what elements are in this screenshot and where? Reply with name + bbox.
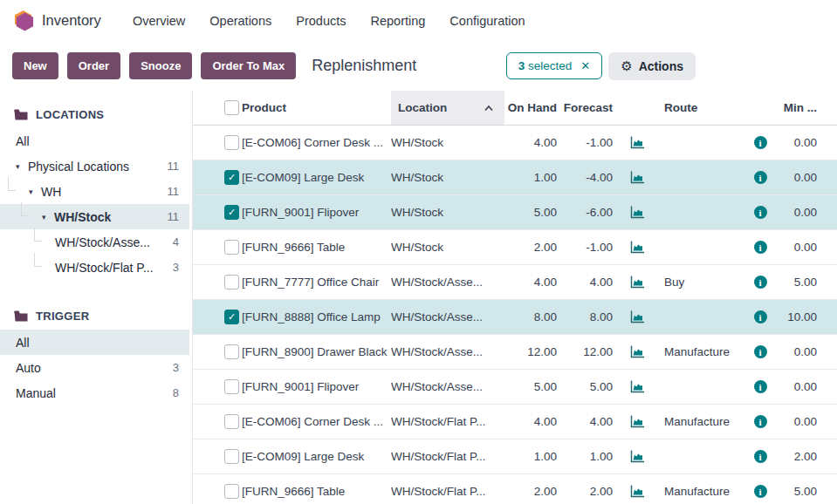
menu-item[interactable]: Products [284,9,358,33]
row-checkbox[interactable]: ✓ [224,414,239,429]
product-cell: [E-COM06] Corner Desk ... [242,126,391,160]
min-qty-cell: 0.00 [773,160,837,194]
sidebar-section-label: LOCATIONS [36,108,104,121]
sidebar-section: LOCATIONS All ▾ Physical Locations 11 ▾ … [0,105,192,280]
table-row[interactable]: ✓ [E-COM06] Corner Desk ... WH/Stock 4.0… [193,126,837,160]
sidebar-section-label: TRIGGER [36,310,89,323]
menu-item[interactable]: Overview [120,9,197,33]
min-qty-cell: 0.00 [773,195,837,229]
sidebar-item[interactable]: All [0,128,189,153]
sidebar-item[interactable]: WH/Stock/Flat P... 3 [0,255,189,280]
sidebar-item[interactable]: Manual 8 [0,380,189,405]
search-panel-sidebar: LOCATIONS All ▾ Physical Locations 11 ▾ … [0,91,192,504]
sidebar-item[interactable]: ▾ WH 11 [0,179,189,204]
sidebar-item[interactable]: WH/Stock/Asse... 4 [0,229,189,255]
sidebar-item[interactable]: All [0,330,189,355]
header-min[interactable]: Min ... [773,91,837,125]
info-icon[interactable]: i [754,171,767,184]
clear-selection-icon[interactable]: ✕ [580,59,590,72]
location-cell: WH/Stock/Flat P... [391,439,504,473]
table-row[interactable]: ✓ [FURN_8888] Office Lamp WH/Stock/Asse.… [193,300,837,335]
row-checkbox[interactable]: ✓ [224,205,239,220]
forecast-cell: -6.00 [564,195,618,229]
sidebar-item[interactable]: Auto 3 [0,355,189,380]
table-row[interactable]: ✓ [E-COM09] Large Desk WH/Stock 1.00 -4.… [193,160,837,195]
info-icon[interactable]: i [754,415,767,428]
app-logo-icon [14,10,34,31]
info-icon[interactable]: i [754,276,767,289]
sidebar-item-count: 11 [168,160,180,173]
row-checkbox[interactable]: ✓ [224,310,239,324]
route-cell: Buy [657,265,747,299]
forecast-chart-icon[interactable] [618,195,657,229]
table-row[interactable]: ✓ [E-COM09] Large Desk WH/Stock/Flat P..… [193,439,837,474]
location-cell: WH/Stock/Asse... [391,300,504,334]
location-cell: WH/Stock/Flat P... [391,474,504,504]
forecast-cell: -4.00 [564,160,618,194]
forecast-chart-icon[interactable] [618,370,657,404]
row-checkbox[interactable]: ✓ [224,344,239,359]
product-cell: [FURN_8900] Drawer Black [242,335,391,369]
table-row[interactable]: ✓ [FURN_9666] Table WH/Stock 2.00 -1.00 … [193,230,837,265]
forecast-chart-icon[interactable] [618,439,657,473]
sidebar-item-count: 4 [173,235,179,249]
table-row[interactable]: ✓ [FURN_9666] Table WH/Stock/Flat P... 2… [193,474,837,504]
actions-label: Actions [639,59,683,73]
row-checkbox[interactable]: ✓ [224,135,239,150]
sort-asc-icon [484,105,494,112]
table-row[interactable]: ✓ [FURN_7777] Office Chair WH/Stock/Asse… [193,265,837,300]
header-location[interactable]: Location [391,91,504,125]
header-route[interactable]: Route [657,91,747,125]
forecast-chart-icon[interactable] [618,405,657,439]
on-hand-cell: 8.00 [504,300,564,334]
forecast-chart-icon[interactable] [618,126,657,160]
info-icon[interactable]: i [754,380,767,393]
actions-button[interactable]: ⚙ Actions [608,52,696,80]
location-cell: WH/Stock/Asse... [391,370,504,404]
location-cell: WH/Stock/Asse... [391,335,504,369]
table-row[interactable]: ✓ [FURN_9001] Flipover WH/Stock 5.00 -6.… [193,195,837,230]
select-all-checkbox[interactable]: ✓ [224,100,239,115]
primary-button[interactable]: Order [67,52,120,79]
menu-item[interactable]: Operations [197,9,284,33]
forecast-chart-icon[interactable] [618,335,657,369]
app-brand[interactable]: Inventory [14,10,101,31]
location-cell: WH/Stock [391,195,504,229]
product-cell: [FURN_9666] Table [242,230,391,264]
forecast-chart-icon[interactable] [618,230,657,264]
sidebar-item[interactable]: ▾ WH/Stock 11 [0,204,189,229]
forecast-chart-icon[interactable] [618,300,657,334]
row-checkbox[interactable]: ✓ [224,170,239,185]
info-cell: i [747,300,773,334]
row-checkbox[interactable]: ✓ [224,379,239,394]
info-icon[interactable]: i [754,450,767,463]
info-icon[interactable]: i [754,485,767,498]
primary-button[interactable]: Snooze [129,52,192,79]
menu-item[interactable]: Reporting [358,9,437,33]
primary-button[interactable]: Order To Max [201,52,296,79]
info-icon[interactable]: i [754,206,767,219]
forecast-chart-icon[interactable] [618,160,657,194]
header-product[interactable]: Product [242,91,391,125]
forecast-chart-icon[interactable] [618,474,657,504]
table-row[interactable]: ✓ [E-COM06] Corner Desk ... WH/Stock/Fla… [193,405,837,439]
info-icon[interactable]: i [754,241,767,254]
primary-button[interactable]: New [12,52,58,79]
row-checkbox[interactable]: ✓ [224,484,239,499]
info-icon[interactable]: i [754,345,767,358]
table-row[interactable]: ✓ [FURN_9001] Flipover WH/Stock/Asse... … [193,370,837,405]
row-checkbox[interactable]: ✓ [224,275,239,289]
forecast-chart-icon[interactable] [618,265,657,299]
route-cell [657,160,747,194]
row-check-cell: ✓ [193,230,242,264]
info-icon[interactable]: i [754,310,767,324]
menu-item[interactable]: Configuration [437,9,537,33]
row-checkbox[interactable]: ✓ [224,240,239,255]
row-checkbox[interactable]: ✓ [224,449,239,464]
route-cell [657,195,747,229]
header-on-hand[interactable]: On Hand [504,91,564,125]
sidebar-item[interactable]: ▾ Physical Locations 11 [0,153,189,179]
table-row[interactable]: ✓ [FURN_8900] Drawer Black WH/Stock/Asse… [193,335,837,370]
info-icon[interactable]: i [754,136,767,149]
header-forecast[interactable]: Forecast [564,91,618,125]
